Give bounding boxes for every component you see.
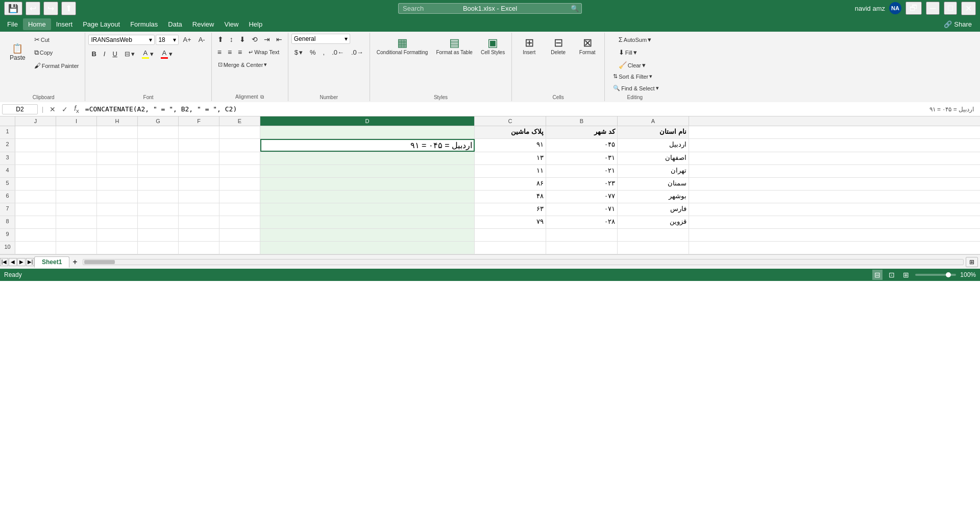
align-bottom-button[interactable]: ⬇: [237, 34, 248, 45]
cell-f1[interactable]: [179, 126, 219, 138]
cell-a7[interactable]: فارس: [618, 203, 689, 216]
col-header-i[interactable]: I: [56, 116, 97, 126]
expand-sheet-button[interactable]: ⊞: [966, 257, 978, 267]
accept-formula-button[interactable]: ✓: [60, 105, 70, 113]
menu-file[interactable]: File: [2, 18, 23, 30]
cell-b3[interactable]: ۰۳۱: [546, 152, 618, 164]
search-input[interactable]: [398, 3, 582, 14]
cell-a3[interactable]: اصفهان: [618, 152, 689, 164]
bold-button[interactable]: B: [88, 48, 99, 60]
cell-i5[interactable]: [56, 178, 97, 190]
autosave-button[interactable]: ⬆: [61, 2, 76, 15]
cell-g3[interactable]: [138, 152, 179, 164]
cell-d3[interactable]: [260, 152, 475, 164]
sheet-last-button[interactable]: ▶|: [26, 258, 34, 266]
share-button[interactable]: 🔗 Share: [938, 19, 978, 30]
paste-button[interactable]: 📋 Paste: [5, 40, 30, 65]
cell-c10[interactable]: [475, 242, 546, 254]
sort-filter-button[interactable]: ⇅ Sort & Filter ▾: [610, 71, 662, 82]
menu-home[interactable]: Home: [23, 18, 51, 30]
menu-data[interactable]: Data: [163, 18, 187, 30]
fill-button[interactable]: ⬇ Fill ▾: [616, 46, 640, 58]
insert-function-button[interactable]: fx: [72, 104, 81, 114]
cell-c3[interactable]: ۱۳: [475, 152, 546, 164]
cell-d5[interactable]: [260, 178, 475, 190]
conditional-formatting-button[interactable]: ▦ Conditional Formatting: [373, 34, 432, 58]
cell-j2[interactable]: [15, 139, 56, 152]
close-button[interactable]: ✕: [961, 2, 976, 15]
cell-b6[interactable]: ۰۷۷: [546, 191, 618, 203]
cell-f2[interactable]: [179, 139, 219, 152]
cell-b5[interactable]: ۰۲۳: [546, 178, 618, 190]
cell-j4[interactable]: [15, 165, 56, 177]
col-header-h[interactable]: H: [97, 116, 138, 126]
cell-h1[interactable]: [97, 126, 138, 138]
row-number-8[interactable]: 8: [0, 216, 15, 228]
cell-a2[interactable]: اردبیل: [618, 139, 689, 152]
cell-i1[interactable]: [56, 126, 97, 138]
cell-a10[interactable]: [618, 242, 689, 254]
cell-g7[interactable]: [138, 203, 179, 216]
sheet-tab-sheet1[interactable]: Sheet1: [34, 256, 69, 268]
format-button[interactable]: ⊠ Format: [573, 34, 601, 58]
row-number-4[interactable]: 4: [0, 165, 15, 177]
cell-g2[interactable]: [138, 139, 179, 152]
cell-i3[interactable]: [56, 152, 97, 164]
cell-f4[interactable]: [179, 165, 219, 177]
cell-i9[interactable]: [56, 229, 97, 241]
cell-e6[interactable]: [219, 191, 260, 203]
cell-h4[interactable]: [97, 165, 138, 177]
delete-button[interactable]: ⊟ Delete: [544, 34, 572, 58]
align-right-button[interactable]: ≡: [235, 46, 244, 58]
cell-e10[interactable]: [219, 242, 260, 254]
cell-i2[interactable]: [56, 139, 97, 152]
cell-e9[interactable]: [219, 229, 260, 241]
italic-button[interactable]: I: [101, 48, 109, 60]
cell-f3[interactable]: [179, 152, 219, 164]
col-header-a[interactable]: A: [618, 116, 689, 126]
row-number-3[interactable]: 3: [0, 152, 15, 164]
wrap-text-button[interactable]: ↵ Wrap Text: [246, 47, 282, 58]
cell-g9[interactable]: [138, 229, 179, 241]
cell-g6[interactable]: [138, 191, 179, 203]
cell-g8[interactable]: [138, 216, 179, 228]
percent-button[interactable]: %: [307, 46, 319, 58]
cell-b7[interactable]: ۰۷۱: [546, 203, 618, 216]
cell-b1[interactable]: کد شهر: [546, 126, 618, 138]
zoom-bar[interactable]: [915, 274, 956, 276]
format-painter-button[interactable]: 🖌 Format Painter: [31, 60, 82, 72]
cell-c7[interactable]: ۶۳: [475, 203, 546, 216]
cell-d4[interactable]: [260, 165, 475, 177]
cell-d2[interactable]: اردبیل = ۰۴۵ = ۹۱: [260, 139, 475, 152]
cell-d8[interactable]: [260, 216, 475, 228]
cell-j5[interactable]: [15, 178, 56, 190]
cell-c9[interactable]: [475, 229, 546, 241]
cell-c1[interactable]: پلاک ماشین: [475, 126, 546, 138]
cell-i10[interactable]: [56, 242, 97, 254]
format-as-table-button[interactable]: ▤ Format as Table: [432, 34, 476, 58]
cell-a4[interactable]: تهران: [618, 165, 689, 177]
cell-d1[interactable]: [260, 126, 475, 138]
row-number-2[interactable]: 2: [0, 139, 15, 152]
align-center-button[interactable]: ≡: [225, 46, 234, 58]
col-header-e[interactable]: E: [219, 116, 260, 126]
number-format-dropdown[interactable]: General ▾: [291, 34, 350, 44]
cell-h8[interactable]: [97, 216, 138, 228]
cell-f8[interactable]: [179, 216, 219, 228]
cell-styles-button[interactable]: ▣ Cell Styles: [477, 34, 508, 58]
col-header-g[interactable]: G: [138, 116, 179, 126]
col-header-c[interactable]: C: [475, 116, 546, 126]
maximize-button[interactable]: □: [944, 2, 957, 15]
cell-c5[interactable]: ۸۶: [475, 178, 546, 190]
menu-formulas[interactable]: Formulas: [125, 18, 163, 30]
menu-page-layout[interactable]: Page Layout: [78, 18, 125, 30]
cell-j10[interactable]: [15, 242, 56, 254]
save-button[interactable]: 💾: [4, 2, 22, 15]
cell-i7[interactable]: [56, 203, 97, 216]
font-name-dropdown[interactable]: IRANSansWeb ▾: [88, 35, 155, 45]
cell-b9[interactable]: [546, 229, 618, 241]
cell-h2[interactable]: [97, 139, 138, 152]
cancel-formula-button[interactable]: ✕: [47, 105, 58, 113]
align-middle-button[interactable]: ↕: [227, 34, 236, 45]
cell-g5[interactable]: [138, 178, 179, 190]
